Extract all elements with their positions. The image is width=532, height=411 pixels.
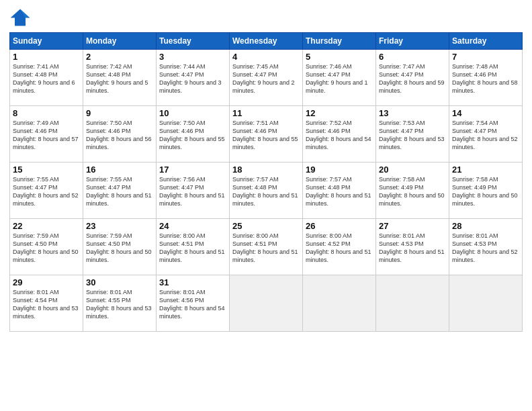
calendar-cell: 17Sunrise: 7:56 AM Sunset: 4:47 PM Dayli… [157,163,230,219]
day-number: 21 [452,165,519,175]
calendar-cell: 31Sunrise: 8:01 AM Sunset: 4:56 PM Dayli… [157,275,230,332]
calendar-table: SundayMondayTuesdayWednesdayThursdayFrid… [9,32,523,332]
day-info: Sunrise: 7:58 AM Sunset: 4:49 PM Dayligh… [379,175,446,208]
day-number: 7 [452,52,519,62]
weekday-header-row: SundayMondayTuesdayWednesdayThursdayFrid… [10,33,523,50]
calendar-cell: 12Sunrise: 7:52 AM Sunset: 4:46 PM Dayli… [303,106,376,163]
calendar-cell: 27Sunrise: 8:01 AM Sunset: 4:53 PM Dayli… [376,219,449,275]
day-number: 2 [86,52,153,62]
logo [9,8,34,27]
calendar-cell: 16Sunrise: 7:55 AM Sunset: 4:47 PM Dayli… [83,163,157,219]
calendar-cell: 10Sunrise: 7:50 AM Sunset: 4:46 PM Dayli… [157,106,230,163]
calendar-cell: 15Sunrise: 7:55 AM Sunset: 4:47 PM Dayli… [10,163,83,219]
calendar-cell: 13Sunrise: 7:53 AM Sunset: 4:47 PM Dayli… [376,106,449,163]
day-info: Sunrise: 7:51 AM Sunset: 4:46 PM Dayligh… [232,119,300,152]
calendar-cell: 1Sunrise: 7:41 AM Sunset: 4:48 PM Daylig… [10,50,83,106]
logo-icon [9,8,31,27]
day-info: Sunrise: 7:59 AM Sunset: 4:50 PM Dayligh… [86,232,153,265]
day-number: 23 [86,221,153,231]
calendar-cell: 4Sunrise: 7:45 AM Sunset: 4:47 PM Daylig… [230,50,303,106]
day-number: 25 [232,221,300,231]
calendar-cell: 23Sunrise: 7:59 AM Sunset: 4:50 PM Dayli… [83,219,157,275]
calendar-cell [376,275,449,332]
day-number: 26 [306,221,373,231]
calendar-cell: 21Sunrise: 7:58 AM Sunset: 4:49 PM Dayli… [449,163,523,219]
day-info: Sunrise: 8:00 AM Sunset: 4:51 PM Dayligh… [159,232,226,265]
day-info: Sunrise: 7:45 AM Sunset: 4:47 PM Dayligh… [232,62,300,95]
day-number: 22 [13,221,80,231]
calendar-cell: 3Sunrise: 7:44 AM Sunset: 4:47 PM Daylig… [157,50,230,106]
calendar-cell: 2Sunrise: 7:42 AM Sunset: 4:48 PM Daylig… [83,50,157,106]
calendar-cell: 7Sunrise: 7:48 AM Sunset: 4:46 PM Daylig… [449,50,523,106]
day-number: 9 [86,108,153,118]
calendar-row-4: 22Sunrise: 7:59 AM Sunset: 4:50 PM Dayli… [10,219,523,275]
calendar-cell: 30Sunrise: 8:01 AM Sunset: 4:55 PM Dayli… [83,275,157,332]
weekday-header-sunday: Sunday [10,33,83,50]
calendar-cell: 20Sunrise: 7:58 AM Sunset: 4:49 PM Dayli… [376,163,449,219]
weekday-header-wednesday: Wednesday [230,33,303,50]
calendar-cell: 28Sunrise: 8:01 AM Sunset: 4:53 PM Dayli… [449,219,523,275]
day-number: 29 [13,277,80,287]
weekday-header-monday: Monday [83,33,157,50]
header [9,8,523,27]
day-info: Sunrise: 7:59 AM Sunset: 4:50 PM Dayligh… [13,232,80,265]
calendar-cell: 18Sunrise: 7:57 AM Sunset: 4:48 PM Dayli… [230,163,303,219]
day-info: Sunrise: 7:54 AM Sunset: 4:47 PM Dayligh… [452,119,519,152]
day-info: Sunrise: 7:50 AM Sunset: 4:46 PM Dayligh… [86,119,153,152]
weekday-header-saturday: Saturday [449,33,523,50]
day-info: Sunrise: 8:01 AM Sunset: 4:54 PM Dayligh… [13,288,80,321]
day-number: 3 [159,52,226,62]
day-number: 11 [232,108,300,118]
calendar-cell [449,275,523,332]
calendar-cell: 6Sunrise: 7:47 AM Sunset: 4:47 PM Daylig… [376,50,449,106]
page-container: SundayMondayTuesdayWednesdayThursdayFrid… [0,0,532,337]
calendar-cell: 29Sunrise: 8:01 AM Sunset: 4:54 PM Dayli… [10,275,83,332]
weekday-header-tuesday: Tuesday [157,33,230,50]
day-info: Sunrise: 7:56 AM Sunset: 4:47 PM Dayligh… [159,175,226,208]
calendar-cell: 9Sunrise: 7:50 AM Sunset: 4:46 PM Daylig… [83,106,157,163]
calendar-row-1: 1Sunrise: 7:41 AM Sunset: 4:48 PM Daylig… [10,50,523,106]
day-info: Sunrise: 7:57 AM Sunset: 4:48 PM Dayligh… [232,175,300,208]
day-info: Sunrise: 7:53 AM Sunset: 4:47 PM Dayligh… [379,119,446,152]
calendar-cell [230,275,303,332]
calendar-cell: 19Sunrise: 7:57 AM Sunset: 4:48 PM Dayli… [303,163,376,219]
day-info: Sunrise: 8:01 AM Sunset: 4:53 PM Dayligh… [379,232,446,265]
day-info: Sunrise: 7:47 AM Sunset: 4:47 PM Dayligh… [379,62,446,95]
day-number: 24 [159,221,226,231]
day-info: Sunrise: 7:44 AM Sunset: 4:47 PM Dayligh… [159,62,226,95]
calendar-cell: 26Sunrise: 8:00 AM Sunset: 4:52 PM Dayli… [303,219,376,275]
calendar-cell: 22Sunrise: 7:59 AM Sunset: 4:50 PM Dayli… [10,219,83,275]
day-info: Sunrise: 7:52 AM Sunset: 4:46 PM Dayligh… [306,119,373,152]
calendar-cell: 24Sunrise: 8:00 AM Sunset: 4:51 PM Dayli… [157,219,230,275]
calendar-cell: 25Sunrise: 8:00 AM Sunset: 4:51 PM Dayli… [230,219,303,275]
day-number: 19 [306,165,373,175]
day-info: Sunrise: 7:55 AM Sunset: 4:47 PM Dayligh… [13,175,80,208]
day-number: 12 [306,108,373,118]
calendar-cell [303,275,376,332]
day-info: Sunrise: 7:46 AM Sunset: 4:47 PM Dayligh… [306,62,373,95]
calendar-row-3: 15Sunrise: 7:55 AM Sunset: 4:47 PM Dayli… [10,163,523,219]
day-info: Sunrise: 8:01 AM Sunset: 4:56 PM Dayligh… [159,288,226,321]
day-info: Sunrise: 7:48 AM Sunset: 4:46 PM Dayligh… [452,62,519,95]
calendar-cell: 11Sunrise: 7:51 AM Sunset: 4:46 PM Dayli… [230,106,303,163]
day-number: 20 [379,165,446,175]
weekday-header-thursday: Thursday [303,33,376,50]
calendar-row-2: 8Sunrise: 7:49 AM Sunset: 4:46 PM Daylig… [10,106,523,163]
day-info: Sunrise: 7:55 AM Sunset: 4:47 PM Dayligh… [86,175,153,208]
calendar-row-5: 29Sunrise: 8:01 AM Sunset: 4:54 PM Dayli… [10,275,523,332]
calendar-cell: 8Sunrise: 7:49 AM Sunset: 4:46 PM Daylig… [10,106,83,163]
day-number: 8 [13,108,80,118]
day-number: 27 [379,221,446,231]
day-number: 1 [13,52,80,62]
day-info: Sunrise: 7:57 AM Sunset: 4:48 PM Dayligh… [306,175,373,208]
day-info: Sunrise: 7:42 AM Sunset: 4:48 PM Dayligh… [86,62,153,95]
calendar-cell: 14Sunrise: 7:54 AM Sunset: 4:47 PM Dayli… [449,106,523,163]
day-info: Sunrise: 7:50 AM Sunset: 4:46 PM Dayligh… [159,119,226,152]
day-number: 15 [13,165,80,175]
day-number: 28 [452,221,519,231]
day-info: Sunrise: 7:49 AM Sunset: 4:46 PM Dayligh… [13,119,80,152]
calendar-cell: 5Sunrise: 7:46 AM Sunset: 4:47 PM Daylig… [303,50,376,106]
day-number: 4 [232,52,300,62]
day-number: 6 [379,52,446,62]
day-number: 14 [452,108,519,118]
